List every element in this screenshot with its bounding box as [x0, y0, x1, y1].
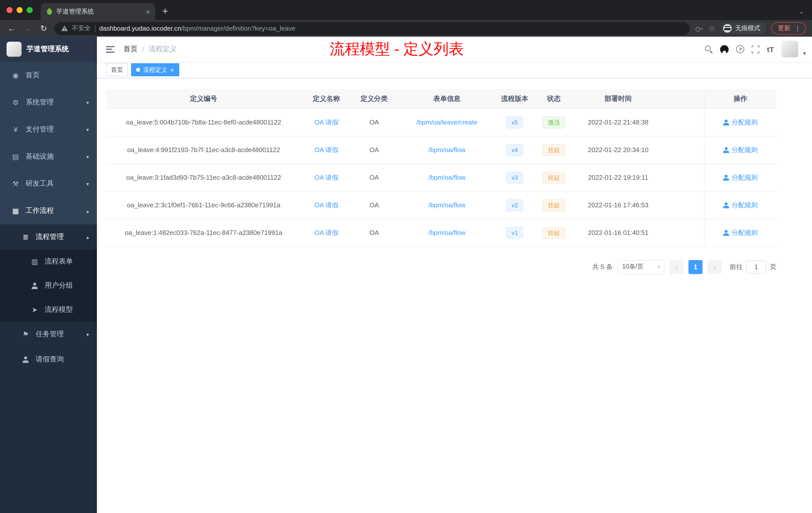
definition-name-link[interactable]: OA 请假 — [314, 118, 338, 126]
form-info-cell: /bpm/oa/leave/create — [397, 109, 497, 136]
status-cell: 挂起 — [532, 219, 576, 246]
sidebar-toggle-hamburger-icon[interactable] — [106, 46, 115, 53]
status-cell: 挂起 — [532, 191, 576, 219]
browser-tab[interactable]: 芋道管理系统 × — [41, 3, 155, 20]
process-list-icon: ≣ — [20, 233, 31, 241]
sidebar-item-process-form[interactable]: ▥流程表单 — [0, 249, 97, 274]
form-link[interactable]: /bpm/oa/flow — [428, 201, 465, 209]
chrome-update-button[interactable]: 更新 ⋮ — [771, 22, 806, 35]
window-controls — [0, 7, 41, 20]
sidebar-item-user-group[interactable]: 用户分组 — [0, 274, 97, 298]
breadcrumb-home[interactable]: 首页 — [123, 45, 138, 54]
assign-rule-button[interactable]: 分配规则 — [723, 145, 758, 154]
fullscreen-icon[interactable] — [752, 46, 759, 53]
definition-name-link[interactable]: OA 请假 — [314, 229, 338, 236]
version-badge: v2 — [506, 199, 523, 211]
sidebar-item-dev-tools[interactable]: ⚒研发工具▾ — [0, 170, 97, 197]
browser-menu-kebab-icon[interactable]: ⋮ — [794, 25, 801, 32]
status-cell: 挂起 — [532, 136, 576, 163]
tag-active[interactable]: 流程定义× — [131, 63, 179, 76]
page-number-current[interactable]: 1 — [689, 260, 702, 274]
zoom-window-button[interactable] — [27, 7, 33, 13]
goto-page-input[interactable] — [746, 260, 766, 273]
form-link[interactable]: /bpm/oa/flow — [428, 229, 465, 236]
definition-name-link[interactable]: OA 请假 — [314, 201, 338, 209]
version-cell: v5 — [497, 109, 532, 136]
form-link[interactable]: /bpm/oa/flow — [428, 174, 465, 181]
tag-item[interactable]: 首页 — [106, 63, 128, 76]
definition-name-link[interactable]: OA 请假 — [314, 146, 338, 153]
table-row: oa_leave:2:3c1f0ef1-76b1-11ec-9c66-a2380… — [106, 191, 776, 219]
form-link[interactable]: /bpm/oa/leave/create — [416, 118, 477, 126]
close-icon[interactable]: × — [170, 66, 174, 73]
sidebar-item-home[interactable]: ◉首页 — [0, 62, 97, 89]
sidebar-logo-row[interactable]: 芋道管理系统 — [0, 37, 97, 62]
breadcrumb: 首页 / 流程定义 — [123, 45, 177, 54]
sidebar-item-workflow[interactable]: ▦工作流程▴ — [0, 197, 97, 224]
sidebar-item-payment-manage[interactable]: ¥支付管理▾ — [0, 116, 97, 143]
chevron-down-icon: ▾ — [86, 154, 89, 159]
assign-rule-button[interactable]: 分配规则 — [723, 118, 758, 127]
github-icon[interactable] — [720, 45, 729, 54]
definition-category: OA — [351, 191, 397, 219]
new-tab-button[interactable]: + — [162, 6, 168, 16]
password-manager-key-icon[interactable] — [695, 24, 703, 32]
site-favicon-icon — [46, 8, 54, 16]
sidebar-item-label: 流程表单 — [45, 257, 89, 266]
definition-category: OA — [351, 109, 397, 136]
tab-close-icon[interactable]: × — [146, 8, 150, 15]
sidebar-item-label: 研发工具 — [26, 179, 83, 188]
sidebar-item-process-model[interactable]: ➤流程模型 — [0, 298, 97, 322]
tools-icon: ⚒ — [10, 180, 21, 188]
sidebar-item-system-manage[interactable]: ⚙系统管理▾ — [0, 89, 97, 116]
assign-rule-button[interactable]: 分配规则 — [723, 201, 758, 210]
sidebar-item-infrastructure[interactable]: ▤基础设施▾ — [0, 143, 97, 170]
filler-cell — [661, 109, 704, 136]
screen: 芋道管理系统 × + ⌄ ← → ↻ 不安全 dashboard.yudao.i… — [0, 0, 812, 513]
sidebar-item-task-manage[interactable]: ⚑任务管理▾ — [0, 322, 97, 347]
prev-page-button[interactable]: ‹ — [669, 260, 684, 274]
reload-button[interactable]: ↻ — [38, 24, 49, 32]
active-dot-icon — [136, 68, 140, 72]
status-badge: 挂起 — [542, 172, 566, 183]
avatar[interactable] — [782, 41, 799, 58]
bookmark-star-icon[interactable]: ☆ — [708, 24, 716, 32]
yen-icon: ¥ — [10, 125, 21, 133]
table-header-row: 定义编号 定义名称 定义分类 表单信息 流程版本 状态 部署时间 操作 — [106, 89, 776, 109]
chevron-down-icon: ▾ — [86, 332, 89, 337]
back-button[interactable]: ← — [6, 24, 17, 32]
next-page-button[interactable]: › — [707, 260, 722, 274]
sidebar-item-leave-query[interactable]: 请假查询 — [0, 347, 97, 372]
forward-button[interactable]: → — [22, 24, 33, 32]
table-body: oa_leave:5:004b710b-7b8a-11ec-8ef0-acde4… — [106, 109, 776, 246]
user-icon — [22, 356, 29, 363]
sidebar-item-process-manage[interactable]: ≣流程管理▴ — [0, 224, 97, 249]
sidebar-item-label: 首页 — [26, 71, 89, 80]
pagination: 共 5 条 10条/页 ▾ ‹ 1 › 前往 页 — [106, 260, 776, 274]
column-header-definition-id: 定义编号 — [106, 89, 301, 109]
tab-search-chevron-icon[interactable]: ⌄ — [799, 8, 804, 15]
address-bar[interactable]: 不安全 dashboard.yudao.iocoder.cn/bpm/manag… — [54, 22, 690, 35]
sidebar-item-label: 系统管理 — [26, 98, 83, 107]
definition-name-link[interactable]: OA 请假 — [314, 174, 338, 181]
avatar-chevron-down-icon[interactable]: ▾ — [803, 50, 806, 57]
not-secure-warning-icon[interactable] — [61, 26, 68, 31]
paper-plane-icon: ➤ — [29, 306, 40, 314]
font-size-icon[interactable]: tT — [767, 46, 774, 53]
minimize-window-button[interactable] — [17, 7, 23, 13]
column-header-definition-category: 定义分类 — [351, 89, 397, 109]
definition-id: oa_leave:3:1fad3d93-7b75-11ec-a3c8-acde4… — [106, 163, 301, 191]
version-badge: v3 — [506, 172, 523, 183]
close-window-button[interactable] — [6, 7, 12, 13]
search-icon[interactable] — [705, 46, 713, 53]
help-icon[interactable] — [736, 45, 745, 53]
page-size-select[interactable]: 10条/页 ▾ — [618, 260, 664, 274]
assign-rule-button[interactable]: 分配规则 — [723, 228, 758, 237]
form-link[interactable]: /bpm/oa/flow — [428, 146, 465, 154]
app-logo — [6, 42, 22, 57]
assign-rule-button[interactable]: 分配规则 — [723, 173, 758, 182]
incognito-label: 无痕模式 — [735, 24, 760, 33]
version-badge: v5 — [506, 116, 523, 128]
column-header-form-info: 表单信息 — [397, 89, 497, 109]
infrastructure-icon: ▤ — [10, 153, 21, 161]
